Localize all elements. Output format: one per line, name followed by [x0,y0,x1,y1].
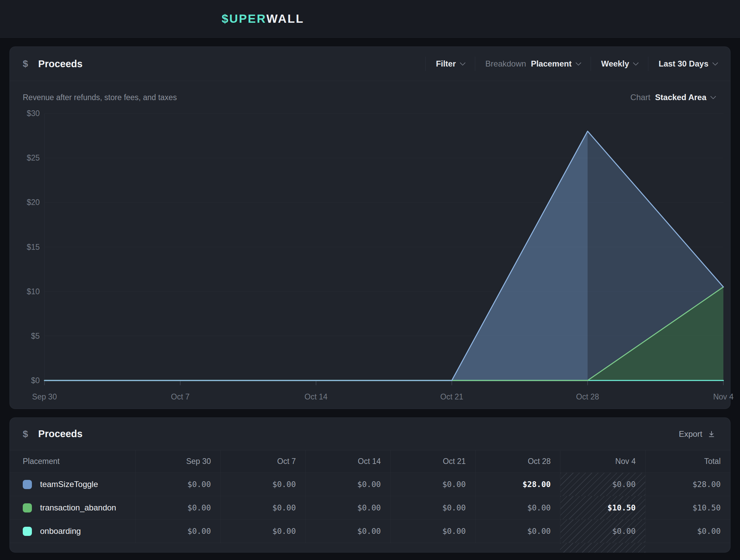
divider [591,57,591,71]
table-cell: $0.00 [220,496,305,520]
table-cell: $0.00 [390,520,475,543]
placement-name: transaction_abandon [40,503,116,512]
table-cell-incomplete-period: $10.50 [560,496,645,520]
table-row-name: onboarding [10,520,135,543]
x-axis-tick-label: Nov 4 [700,392,740,402]
table-footer [220,543,305,553]
y-axis-tick-label: $10 [9,287,40,296]
logo-text-prefix: $UPER [222,12,266,25]
table-footer-incomplete-period [560,543,645,553]
breakdown-label: Breakdown [485,59,526,69]
divider [475,57,475,71]
y-axis-tick-label: $25 [9,153,40,163]
table-footer [475,543,560,553]
table-footer [135,543,220,553]
column-header[interactable]: Oct 14 [306,450,390,473]
chevron-down-icon [460,60,465,66]
date-range-dropdown[interactable]: Last 30 Days [659,59,717,69]
download-icon [708,430,715,438]
column-header[interactable]: Oct 21 [390,450,475,473]
table-cell: $0.00 [220,473,305,496]
table-panel-title: Proceeds [38,428,83,440]
table-cell-incomplete-period: $0.00 [560,520,645,543]
table-row-name: transaction_abandon [10,496,135,520]
chart-subtitle: Revenue after refunds, store fees, and t… [23,93,177,102]
export-button[interactable]: Export [677,429,717,439]
table-cell: $0.00 [475,496,560,520]
table-footer [10,543,135,553]
table-cell-total: $0.00 [645,520,730,543]
proceeds-table: Placement Sep 30 Oct 7 Oct 14 Oct 21 Oct… [10,450,730,553]
dollar-icon: $ [23,429,28,440]
table-row-name: teamSizeToggle [10,473,135,496]
series-color-swatch [23,480,32,489]
x-axis-tick-label: Oct 21 [428,392,476,402]
export-label: Export [679,429,702,439]
chart-canvas [44,113,723,385]
column-header[interactable]: Sep 30 [135,450,220,473]
table-footer [390,543,475,553]
placement-name: teamSizeToggle [40,480,98,489]
table-cell-total: $10.50 [645,496,730,520]
table-panel-header: $ Proceeds Export [10,418,730,450]
proceeds-table-panel: $ Proceeds Export Placement Sep 30 Oct 7… [10,417,730,553]
proceeds-chart-panel: $ Proceeds Filter Breakdown Placement We… [10,46,730,409]
table-cell: $0.00 [306,520,390,543]
table-cell: $0.00 [135,520,220,543]
table-footer [645,543,730,553]
column-header[interactable]: Oct 28 [475,450,560,473]
y-axis-tick-label: $20 [9,198,40,207]
date-range-value: Last 30 Days [659,59,708,69]
series-color-swatch [23,503,32,512]
chart-type-label: Chart [630,93,650,102]
x-axis-tick-label: Oct 14 [292,392,340,402]
filter-label: Filter [436,59,456,69]
table-cell: $0.00 [390,496,475,520]
x-axis-tick-label: Sep 30 [21,392,68,402]
divider [425,57,426,71]
breakdown-value: Placement [531,59,572,69]
column-header[interactable]: Total [645,450,730,473]
table-cell: $0.00 [475,520,560,543]
y-axis-tick-label: $30 [9,109,40,118]
logo-text-suffix: WALL [266,12,304,25]
y-axis-tick-label: $5 [9,331,40,341]
series-color-swatch [23,527,32,536]
top-navigation-bar: $UPERWALL [0,0,740,38]
table-cell: $0.00 [135,496,220,520]
table-cell: $0.00 [306,473,390,496]
chevron-down-icon [713,60,718,66]
table-cell: $0.00 [135,473,220,496]
x-axis-tick-label: Oct 7 [156,392,204,402]
breakdown-dropdown[interactable]: Breakdown Placement [485,59,580,69]
table-cell-total: $28.00 [645,473,730,496]
chevron-down-icon [575,60,581,66]
placement-name: onboarding [40,526,81,536]
y-axis-tick-label: $0 [9,376,40,385]
x-axis-tick-label: Oct 28 [564,392,611,402]
column-header[interactable]: Oct 7 [220,450,305,473]
dollar-icon: $ [23,58,28,69]
column-header-placement[interactable]: Placement [10,450,135,473]
filter-dropdown[interactable]: Filter [436,59,465,69]
chart-type-value: Stacked Area [655,93,706,102]
superwall-logo[interactable]: $UPERWALL [222,0,304,37]
table-cell: $28.00 [475,473,560,496]
chart-panel-header: $ Proceeds Filter Breakdown Placement We… [10,47,730,81]
chevron-down-icon [633,60,639,66]
y-axis-tick-label: $15 [9,242,40,252]
chevron-down-icon [710,94,716,99]
interval-dropdown[interactable]: Weekly [601,59,638,69]
table-footer [306,543,390,553]
table-cell: $0.00 [220,520,305,543]
chart-subheader: Revenue after refunds, store fees, and t… [10,81,730,113]
column-header[interactable]: Nov 4 [560,450,645,473]
table-cell: $0.00 [390,473,475,496]
chart-type-dropdown[interactable]: Chart Stacked Area [628,92,717,102]
table-cell-incomplete-period: $0.00 [560,473,645,496]
chart-panel-title: Proceeds [38,58,83,70]
chart-controls: Filter Breakdown Placement Weekly Last 3… [425,57,717,71]
interval-value: Weekly [601,59,629,69]
stacked-area-chart[interactable]: $30$25$20$15$10$5$0Sep 30Oct 7Oct 14Oct … [44,113,723,380]
table-cell: $0.00 [306,496,390,520]
